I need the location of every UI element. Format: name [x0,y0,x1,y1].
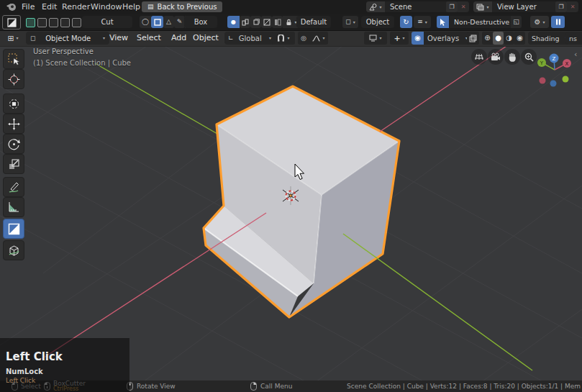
xray-toggle[interactable] [467,32,479,45]
transform-orientation-dropdown[interactable]: ∟ Global ▾ [224,32,275,45]
recall-button[interactable]: ◱ [511,16,522,28]
collection-field[interactable]: Object [361,16,394,28]
measure-icon [8,201,20,214]
camera-view-button[interactable] [488,49,504,65]
proportional-falloff-dropdown[interactable]: ▾ [309,32,328,45]
shading-label: Shading [532,35,560,42]
scale-icon [8,158,20,170]
orientation-label: Global [239,35,262,42]
tool-select-box[interactable] [3,49,24,69]
preset-field[interactable]: Default [296,16,331,28]
mode-dropdown[interactable]: Non-Destructive ▾ [450,16,519,28]
view-layer-browse-button[interactable]: ▾ [473,1,492,12]
view-layer-new-copy-button[interactable]: ❐ [555,1,567,12]
menu-view[interactable]: View [105,30,132,46]
solidify-toggle-button[interactable] [250,16,261,28]
boxcutter-icon [8,223,20,235]
pause-button[interactable] [551,16,565,28]
settings-dropdown[interactable]: ⚙ ▾ [530,16,549,28]
boxcutter-operation-icon[interactable] [26,18,35,27]
transform-icon [8,98,20,110]
back-to-previous-button[interactable]: ▤ Back to Previous [142,1,222,12]
adjust-options-dropdown[interactable]: ≡ ▾ [414,16,431,28]
shading-mode-group: ⊕ ● ◑ ◉ [482,32,525,45]
sidebar-collapse-arrow[interactable]: ‹ [574,50,577,58]
tool-move[interactable] [3,114,24,134]
tool-cursor[interactable] [3,69,24,89]
shape-custom-button[interactable]: ✎ [174,16,185,28]
mode-selector-dropdown[interactable]: ◻ Object Mode ▾ [26,32,109,45]
scene-name-field[interactable]: Scene [385,1,446,12]
view-layer-name-field[interactable]: View Layer [492,1,555,12]
pause-icon [555,19,561,25]
gizmo-axis-x-neg[interactable] [540,78,546,84]
shape-name-field[interactable]: Box [184,16,217,28]
shading-extra-label: ns [569,35,577,42]
screencast-keys-overlay: Left Click NumLock Left Click [0,338,129,392]
boxcutter-tool-icon [7,18,17,27]
shading-solid-button[interactable]: ● [493,32,504,45]
menu-file[interactable]: File [17,0,39,14]
shading-rendered-button[interactable]: ◉ [514,32,525,45]
tool-transform[interactable] [3,94,24,114]
tool-hardops[interactable] [3,240,24,260]
boxcutter-operation-icon[interactable] [60,18,70,27]
shading-dropdown[interactable]: Shading ▾ [528,32,571,45]
cyclic-toggle-button[interactable]: ↻ [400,16,412,28]
shape-box-button[interactable] [151,16,163,28]
chevron-down-icon: ▾ [17,36,19,40]
operation-mode-field[interactable]: Cut [82,16,132,28]
navigation-gizmo[interactable]: Y Z X [532,47,577,92]
editor-type-dropdown[interactable]: ⊞ ▾ [3,32,23,44]
scene-unlink-button[interactable]: ✕ [458,1,469,12]
screencast-key-previous: NumLock [6,368,43,375]
tool-scale[interactable] [3,154,24,174]
tool-measure[interactable] [3,197,24,217]
menu-object[interactable]: Object [188,30,223,46]
shape-circle-button[interactable]: ◯ [140,16,151,28]
gizmo-axis-z-neg[interactable] [550,81,557,87]
overlays-dropdown[interactable]: Overlays ▾ [424,32,471,45]
boxcutter-operation-icon[interactable] [49,18,58,27]
shading-material-button[interactable]: ◑ [504,32,514,45]
menu-help[interactable]: Help [118,0,145,14]
boxcutter-operation-icon[interactable] [72,18,81,27]
live-toggle-button[interactable]: ● [227,16,240,28]
array-toggle-button[interactable] [240,16,250,28]
snap-dropdown[interactable]: ▾ [272,32,295,45]
overlays-toggle[interactable]: ◉ [412,32,424,45]
collection-icon-dropdown[interactable]: ◻ ▾ [342,16,358,28]
show-object-types-dropdown[interactable]: ▾ [364,32,387,45]
tool-boxcutter[interactable] [3,219,24,239]
menu-select[interactable]: Select [132,30,165,46]
mirror-toggle-button[interactable] [272,16,283,28]
view-layer-remove-button[interactable]: ✕ [567,1,578,12]
proportional-edit-toggle[interactable]: ◎ [298,32,309,45]
blender-window: User Perspective (1) Scene Collection | … [0,0,582,392]
blender-logo-icon[interactable] [6,2,17,12]
shape-ngon-button[interactable]: △ [163,16,174,28]
shading-extra-dropdown[interactable]: ns ▾ [565,32,582,45]
gizmo-axis-y-neg[interactable] [563,76,569,83]
bevel-toggle-button[interactable] [261,16,272,28]
scene-browse-button[interactable]: ▾ [366,1,385,12]
active-tool-button[interactable] [2,15,21,29]
scene-new-copy-button[interactable]: ❐ [446,1,458,12]
cursor-snap-toggle-button[interactable] [437,16,449,28]
gizmos-dropdown[interactable]: + ▾ [390,32,409,45]
shading-wireframe-button[interactable]: ⊕ [482,32,493,45]
chevron-down-icon: ▾ [486,5,488,9]
menu-add[interactable]: Add [167,30,191,46]
tool-annotate[interactable] [3,177,24,197]
boxcutter-operation-icon[interactable] [37,18,47,27]
ngon-shape-icon: △ [166,19,171,25]
pan-view-button[interactable] [504,49,520,65]
toggle-perspective-button[interactable] [471,49,487,65]
hardops-icon [8,245,20,257]
tool-rotate[interactable] [3,134,24,154]
editor-type-icon: ⊞ [7,35,14,42]
close-icon: ✕ [461,4,466,10]
cursor-tool-icon [8,73,20,86]
chevron-down-icon: ▾ [269,36,271,40]
scene-selector: ▾ Scene ❐ ✕ [366,1,469,12]
